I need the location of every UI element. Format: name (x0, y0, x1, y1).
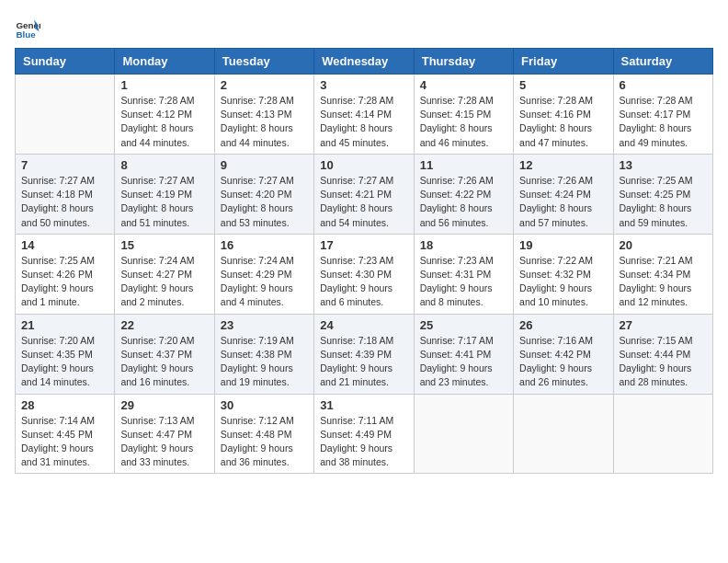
day-info: Sunrise: 7:28 AMSunset: 4:12 PMDaylight:… (120, 94, 208, 150)
calendar-cell: 29Sunrise: 7:13 AMSunset: 4:47 PMDayligh… (115, 394, 214, 474)
day-info: Sunrise: 7:25 AMSunset: 4:25 PMDaylight:… (620, 174, 707, 230)
day-number: 27 (620, 318, 707, 332)
calendar-week-row: 14Sunrise: 7:25 AMSunset: 4:26 PMDayligh… (16, 234, 713, 314)
day-number: 11 (420, 158, 507, 172)
weekday-header-tuesday: Tuesday (214, 49, 313, 75)
calendar-week-row: 7Sunrise: 7:27 AMSunset: 4:18 PMDaylight… (16, 154, 713, 234)
calendar-cell: 14Sunrise: 7:25 AMSunset: 4:26 PMDayligh… (16, 234, 115, 314)
calendar-cell: 4Sunrise: 7:28 AMSunset: 4:15 PMDaylight… (414, 75, 513, 155)
calendar-cell: 26Sunrise: 7:16 AMSunset: 4:42 PMDayligh… (514, 314, 613, 394)
day-info: Sunrise: 7:17 AMSunset: 4:41 PMDaylight:… (420, 334, 507, 390)
day-number: 26 (519, 318, 607, 332)
calendar-cell: 9Sunrise: 7:27 AMSunset: 4:20 PMDaylight… (214, 154, 313, 234)
weekday-header-row: SundayMondayTuesdayWednesdayThursdayFrid… (16, 49, 713, 75)
day-number: 29 (120, 398, 208, 412)
day-number: 18 (420, 238, 507, 252)
day-info: Sunrise: 7:28 AMSunset: 4:14 PMDaylight:… (320, 94, 407, 150)
logo-icon: General Blue (15, 15, 40, 40)
calendar-week-row: 1Sunrise: 7:28 AMSunset: 4:12 PMDaylight… (16, 75, 713, 155)
day-info: Sunrise: 7:27 AMSunset: 4:18 PMDaylight:… (21, 174, 108, 230)
day-info: Sunrise: 7:21 AMSunset: 4:34 PMDaylight:… (620, 254, 707, 310)
day-info: Sunrise: 7:27 AMSunset: 4:21 PMDaylight:… (320, 174, 407, 230)
calendar-cell: 20Sunrise: 7:21 AMSunset: 4:34 PMDayligh… (613, 234, 712, 314)
calendar-cell: 2Sunrise: 7:28 AMSunset: 4:13 PMDaylight… (214, 75, 313, 155)
calendar-cell: 13Sunrise: 7:25 AMSunset: 4:25 PMDayligh… (613, 154, 712, 234)
day-number: 12 (519, 158, 607, 172)
calendar-table: SundayMondayTuesdayWednesdayThursdayFrid… (15, 48, 713, 474)
calendar-cell (414, 394, 513, 474)
calendar-cell: 23Sunrise: 7:19 AMSunset: 4:38 PMDayligh… (214, 314, 313, 394)
day-info: Sunrise: 7:28 AMSunset: 4:16 PMDaylight:… (519, 94, 607, 150)
weekday-header-thursday: Thursday (414, 49, 513, 75)
calendar-cell: 19Sunrise: 7:22 AMSunset: 4:32 PMDayligh… (514, 234, 613, 314)
day-number: 15 (120, 238, 208, 252)
day-info: Sunrise: 7:26 AMSunset: 4:24 PMDaylight:… (519, 174, 607, 230)
day-number: 31 (320, 398, 407, 412)
day-number: 14 (21, 238, 108, 252)
day-info: Sunrise: 7:27 AMSunset: 4:19 PMDaylight:… (120, 174, 208, 230)
day-number: 30 (221, 398, 308, 412)
day-number: 20 (620, 238, 707, 252)
calendar-cell: 24Sunrise: 7:18 AMSunset: 4:39 PMDayligh… (314, 314, 414, 394)
day-number: 21 (21, 318, 108, 332)
calendar-cell: 11Sunrise: 7:26 AMSunset: 4:22 PMDayligh… (414, 154, 513, 234)
logo: General Blue (15, 15, 40, 40)
calendar-cell: 31Sunrise: 7:11 AMSunset: 4:49 PMDayligh… (314, 394, 414, 474)
calendar-cell: 6Sunrise: 7:28 AMSunset: 4:17 PMDaylight… (613, 75, 712, 155)
calendar-cell: 3Sunrise: 7:28 AMSunset: 4:14 PMDaylight… (314, 75, 414, 155)
calendar-cell: 22Sunrise: 7:20 AMSunset: 4:37 PMDayligh… (115, 314, 214, 394)
calendar-cell: 30Sunrise: 7:12 AMSunset: 4:48 PMDayligh… (214, 394, 313, 474)
day-number: 7 (21, 158, 108, 172)
day-number: 28 (21, 398, 108, 412)
day-info: Sunrise: 7:11 AMSunset: 4:49 PMDaylight:… (320, 414, 407, 470)
day-info: Sunrise: 7:26 AMSunset: 4:22 PMDaylight:… (420, 174, 507, 230)
weekday-header-saturday: Saturday (613, 49, 712, 75)
calendar-cell: 28Sunrise: 7:14 AMSunset: 4:45 PMDayligh… (16, 394, 115, 474)
day-number: 8 (120, 158, 208, 172)
calendar-cell: 7Sunrise: 7:27 AMSunset: 4:18 PMDaylight… (16, 154, 115, 234)
weekday-header-sunday: Sunday (16, 49, 115, 75)
calendar-week-row: 28Sunrise: 7:14 AMSunset: 4:45 PMDayligh… (16, 394, 713, 474)
day-number: 25 (420, 318, 507, 332)
day-info: Sunrise: 7:23 AMSunset: 4:31 PMDaylight:… (420, 254, 507, 310)
day-info: Sunrise: 7:20 AMSunset: 4:37 PMDaylight:… (120, 334, 208, 390)
day-number: 13 (620, 158, 707, 172)
calendar-cell: 16Sunrise: 7:24 AMSunset: 4:29 PMDayligh… (214, 234, 313, 314)
day-info: Sunrise: 7:28 AMSunset: 4:13 PMDaylight:… (221, 94, 308, 150)
day-info: Sunrise: 7:14 AMSunset: 4:45 PMDaylight:… (21, 414, 108, 470)
day-number: 9 (221, 158, 308, 172)
calendar-cell: 8Sunrise: 7:27 AMSunset: 4:19 PMDaylight… (115, 154, 214, 234)
day-number: 3 (320, 78, 407, 92)
day-info: Sunrise: 7:22 AMSunset: 4:32 PMDaylight:… (519, 254, 607, 310)
calendar-cell: 21Sunrise: 7:20 AMSunset: 4:35 PMDayligh… (16, 314, 115, 394)
day-info: Sunrise: 7:28 AMSunset: 4:17 PMDaylight:… (620, 94, 707, 150)
calendar-cell: 17Sunrise: 7:23 AMSunset: 4:30 PMDayligh… (314, 234, 414, 314)
calendar-cell: 15Sunrise: 7:24 AMSunset: 4:27 PMDayligh… (115, 234, 214, 314)
day-number: 22 (120, 318, 208, 332)
day-number: 5 (519, 78, 607, 92)
weekday-header-friday: Friday (514, 49, 613, 75)
day-info: Sunrise: 7:24 AMSunset: 4:27 PMDaylight:… (120, 254, 208, 310)
day-info: Sunrise: 7:23 AMSunset: 4:30 PMDaylight:… (320, 254, 407, 310)
day-number: 17 (320, 238, 407, 252)
day-number: 19 (519, 238, 607, 252)
day-number: 2 (221, 78, 308, 92)
day-info: Sunrise: 7:15 AMSunset: 4:44 PMDaylight:… (620, 334, 707, 390)
svg-text:Blue: Blue (16, 29, 36, 40)
day-info: Sunrise: 7:24 AMSunset: 4:29 PMDaylight:… (221, 254, 308, 310)
day-info: Sunrise: 7:28 AMSunset: 4:15 PMDaylight:… (420, 94, 507, 150)
calendar-cell: 18Sunrise: 7:23 AMSunset: 4:31 PMDayligh… (414, 234, 513, 314)
day-number: 24 (320, 318, 407, 332)
day-info: Sunrise: 7:12 AMSunset: 4:48 PMDaylight:… (221, 414, 308, 470)
day-number: 4 (420, 78, 507, 92)
day-info: Sunrise: 7:25 AMSunset: 4:26 PMDaylight:… (21, 254, 108, 310)
calendar-cell: 12Sunrise: 7:26 AMSunset: 4:24 PMDayligh… (514, 154, 613, 234)
calendar-cell (613, 394, 712, 474)
day-info: Sunrise: 7:20 AMSunset: 4:35 PMDaylight:… (21, 334, 108, 390)
page-header: General Blue (15, 15, 713, 40)
calendar-cell: 1Sunrise: 7:28 AMSunset: 4:12 PMDaylight… (115, 75, 214, 155)
day-number: 10 (320, 158, 407, 172)
calendar-cell: 10Sunrise: 7:27 AMSunset: 4:21 PMDayligh… (314, 154, 414, 234)
day-number: 23 (221, 318, 308, 332)
calendar-cell: 25Sunrise: 7:17 AMSunset: 4:41 PMDayligh… (414, 314, 513, 394)
